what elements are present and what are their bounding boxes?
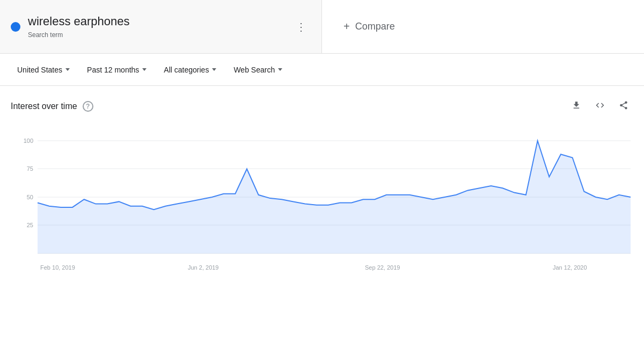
category-chevron-icon — [212, 68, 216, 71]
location-filter[interactable]: United States — [11, 61, 76, 78]
more-icon: ⋮ — [296, 20, 306, 33]
embed-button[interactable] — [590, 97, 610, 116]
svg-text:75: 75 — [27, 165, 33, 172]
chart-title: Interest over time — [11, 102, 77, 111]
location-chevron-icon — [65, 68, 70, 71]
search-term-section: wireless earphones Search term ⋮ — [0, 0, 322, 53]
svg-text:Feb 10, 2019: Feb 10, 2019 — [40, 264, 75, 271]
help-icon[interactable]: ? — [83, 101, 93, 112]
trend-chart-container: 100 75 50 25 Feb 10, 2019 Jun 2, 2019 Se… — [11, 125, 633, 287]
compare-section: + Compare — [322, 0, 644, 53]
chart-actions — [567, 97, 633, 116]
svg-text:50: 50 — [27, 194, 33, 200]
time-range-chevron-icon — [142, 68, 147, 71]
time-range-filter-label: Past 12 months — [87, 66, 139, 74]
search-term-name: wireless earphones — [28, 15, 291, 28]
download-icon — [572, 100, 581, 112]
term-info: wireless earphones Search term — [28, 15, 291, 38]
chart-title-group: Interest over time ? — [11, 101, 93, 112]
plus-icon: + — [343, 20, 350, 33]
header: wireless earphones Search term ⋮ + Compa… — [0, 0, 644, 54]
svg-text:Jun 2, 2019: Jun 2, 2019 — [188, 264, 219, 271]
chart-header: Interest over time ? — [11, 97, 633, 116]
trend-chart: 100 75 50 25 Feb 10, 2019 Jun 2, 2019 Se… — [11, 125, 633, 286]
svg-text:100: 100 — [24, 138, 33, 144]
share-icon — [619, 100, 628, 112]
location-filter-label: United States — [17, 66, 62, 74]
share-button[interactable] — [614, 97, 633, 116]
category-filter-label: All categories — [164, 66, 209, 74]
search-type-chevron-icon — [278, 68, 282, 71]
svg-text:25: 25 — [27, 222, 33, 228]
svg-text:Jan 12, 2020: Jan 12, 2020 — [553, 264, 587, 271]
more-options-button[interactable]: ⋮ — [291, 16, 311, 38]
search-type-filter[interactable]: Web Search — [227, 61, 289, 78]
search-type-filter-label: Web Search — [233, 66, 275, 74]
svg-text:Sep 22, 2019: Sep 22, 2019 — [365, 264, 400, 271]
search-term-type: Search term — [28, 31, 291, 39]
filters-bar: United States Past 12 months All categor… — [0, 54, 644, 86]
category-filter[interactable]: All categories — [157, 61, 223, 78]
time-range-filter[interactable]: Past 12 months — [80, 61, 153, 78]
compare-button[interactable]: + Compare — [337, 16, 401, 37]
chart-section: Interest over time ? — [0, 86, 644, 293]
compare-label: Compare — [355, 21, 395, 32]
embed-icon — [595, 100, 605, 112]
term-color-dot — [11, 22, 20, 32]
download-button[interactable] — [567, 97, 586, 116]
